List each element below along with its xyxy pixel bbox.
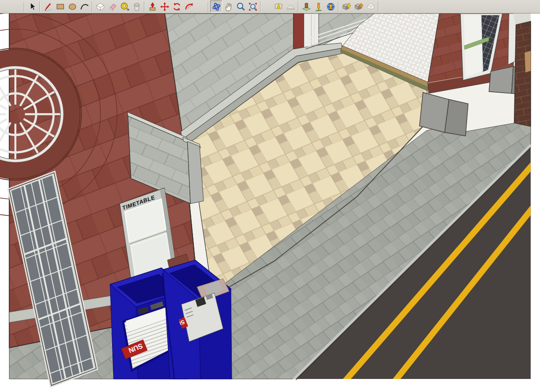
toolbar-separator: [260, 1, 261, 12]
zoom-tool-button[interactable]: [234, 0, 247, 13]
toolbar-spacer: [0, 0, 22, 13]
tape-measure-icon: [120, 2, 130, 12]
push-pull-button[interactable]: [146, 0, 158, 13]
circle-icon: [68, 2, 77, 12]
get-current-view-button[interactable]: [272, 0, 284, 13]
stone-base-right: [445, 99, 468, 136]
pan-tool-button[interactable]: [222, 0, 234, 13]
get-models-icon: [342, 2, 351, 12]
move-tool-button[interactable]: [158, 0, 171, 13]
photo-textures-icon: [314, 2, 324, 12]
line-icon: [43, 2, 53, 12]
offset-tool-button[interactable]: [183, 0, 195, 13]
toolbar-separator: [92, 1, 93, 12]
push-pull-icon: [148, 2, 158, 12]
red-door-jamb: [293, 13, 304, 49]
eraser-tool-button[interactable]: [106, 0, 118, 13]
toolbar-spacer: [262, 0, 272, 13]
sketchup-window: TIMETABLE SUN: [0, 0, 540, 392]
toolbar-separator: [208, 1, 209, 12]
toggle-terrain-icon: [286, 2, 296, 12]
toolbar-separator: [40, 1, 40, 12]
share-model-button[interactable]: [352, 0, 364, 13]
main-toolbar: [0, 0, 540, 13]
orbit-tool-button[interactable]: [210, 0, 222, 13]
arc-icon: [80, 2, 90, 12]
toolbar-separator: [24, 1, 25, 12]
rectangle-icon: [55, 2, 65, 12]
zoom-icon: [236, 2, 246, 12]
rectangle-tool-button[interactable]: [54, 0, 66, 13]
circle-tool-button[interactable]: [66, 0, 78, 13]
google-earth-button[interactable]: [324, 0, 337, 13]
eraser-icon: [108, 2, 117, 12]
google-earth-icon: [326, 2, 336, 12]
paint-bucket-icon: [132, 2, 142, 12]
toolbar-separator: [298, 1, 299, 12]
zoom-extents-button[interactable]: [247, 0, 259, 13]
arc-tool-button[interactable]: [78, 0, 90, 13]
make-component-icon: [95, 2, 105, 12]
offset-icon: [184, 2, 194, 12]
orbit-icon: [212, 2, 221, 12]
toggle-terrain-button[interactable]: [284, 0, 297, 13]
make-component-button[interactable]: [94, 0, 106, 13]
select-icon: [27, 2, 37, 12]
3d-viewport[interactable]: TIMETABLE SUN: [0, 13, 540, 392]
paint-bucket-button[interactable]: [130, 0, 143, 13]
photo-textures-button[interactable]: [312, 0, 324, 13]
share-component-button[interactable]: [364, 0, 377, 13]
line-tool-button[interactable]: [42, 0, 54, 13]
place-model-icon: [302, 2, 311, 12]
get-current-view-icon: [274, 2, 284, 12]
rotate-tool-button[interactable]: [171, 0, 183, 13]
pan-icon: [224, 2, 234, 12]
model-scene: TIMETABLE SUN: [0, 13, 540, 392]
share-component-icon: [366, 2, 376, 12]
toolbar-spacer: [195, 0, 207, 13]
tape-measure-button[interactable]: [118, 0, 130, 13]
toolbar-separator: [338, 1, 339, 12]
rotate-icon: [172, 2, 182, 12]
toolbar-separator: [378, 1, 379, 12]
move-icon: [160, 2, 170, 12]
get-models-button[interactable]: [340, 0, 352, 13]
dark-brick-wall: [514, 21, 531, 126]
stone-base-left: [419, 93, 449, 133]
select-tool-button[interactable]: [26, 0, 38, 13]
share-model-icon: [354, 2, 364, 12]
toolbar-separator: [144, 1, 145, 12]
zoom-extents-icon: [248, 2, 258, 12]
place-model-button[interactable]: [300, 0, 312, 13]
